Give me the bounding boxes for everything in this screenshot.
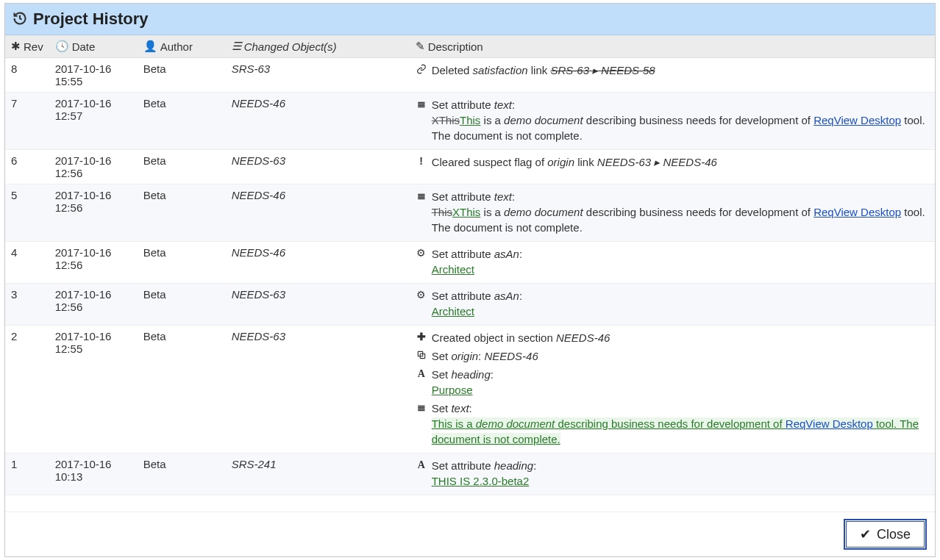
cell-date: 2017-10-1612:56	[49, 284, 138, 326]
cell-date: 2017-10-1612:55	[49, 326, 138, 453]
desc-item: ⚙Set attribute asAn:Architect	[416, 288, 929, 319]
desc-item: !Cleared suspect flag of origin link NEE…	[416, 154, 929, 170]
desc-item: Set origin: NEEDS-46	[416, 348, 929, 364]
cell-date: 2017-10-1612:56	[49, 242, 138, 284]
dialog-titlebar: Project History	[5, 4, 935, 35]
gear-icon: ⚙	[416, 288, 427, 319]
cell-author: Beta	[138, 93, 226, 150]
close-button[interactable]: ✔ Close	[846, 521, 925, 548]
copy-icon	[416, 348, 427, 364]
desc-item: ≣Set attribute text:ThisXThis is a demo …	[416, 189, 929, 235]
cell-description: ≣Set attribute text:ThisXThis is a demo …	[410, 184, 935, 242]
bang-icon: !	[416, 154, 427, 170]
cell-rev: 1	[5, 453, 49, 495]
cell-date: 2017-10-1612:57	[49, 93, 138, 150]
A-icon: A	[416, 367, 427, 398]
desc-item: ✚Created object in section NEEDS-46	[416, 330, 929, 345]
cell-author: Beta	[138, 326, 226, 453]
desc-item: ≣Set text:This is a demo document descri…	[416, 401, 929, 447]
cell-author: Beta	[138, 242, 226, 284]
cell-object: NEEDS-63	[226, 326, 410, 453]
cell-rev: 7	[5, 93, 49, 150]
desc-text: Set attribute text:XThisThis is a demo d…	[432, 97, 929, 143]
cell-description: ✚Created object in section NEEDS-46Set o…	[410, 326, 935, 453]
desc-text: Created object in section NEEDS-46	[432, 330, 929, 345]
cell-object: NEEDS-46	[226, 184, 410, 242]
lines-icon: ≣	[416, 189, 427, 235]
cell-rev: 6	[5, 150, 49, 184]
desc-text: Set text:This is a demo document describ…	[432, 401, 929, 447]
cell-date: 2017-10-1610:13	[49, 453, 138, 495]
desc-text: Set heading:Purpose	[432, 367, 929, 398]
desc-item: ASet attribute heading:THIS IS 2.3.0-bet…	[416, 458, 929, 489]
cell-description: ⚙Set attribute asAn:Architect	[410, 284, 935, 326]
desc-item: ASet heading:Purpose	[416, 367, 929, 398]
cell-description: ⚙Set attribute asAn:Architect	[410, 242, 935, 284]
list-icon: ☰	[232, 40, 241, 53]
user-icon: 👤	[143, 40, 157, 53]
check-icon: ✔	[860, 526, 871, 542]
lines-icon: ≣	[416, 97, 427, 143]
cell-rev: 4	[5, 242, 49, 284]
cell-description: !Cleared suspect flag of origin link NEE…	[410, 150, 935, 184]
cell-author: Beta	[138, 453, 226, 495]
table-row[interactable]: 32017-10-1612:56BetaNEEDS-63⚙Set attribu…	[5, 284, 935, 326]
plus-icon: ✚	[416, 330, 427, 345]
dialog-title: Project History	[33, 10, 149, 29]
cell-rev: 3	[5, 284, 49, 326]
cell-author: Beta	[138, 150, 226, 184]
table-row[interactable]: 42017-10-1612:56BetaNEEDS-46⚙Set attribu…	[5, 242, 935, 284]
history-table-scroll[interactable]: ✱ Rev 🕓 Date 👤 Author ☰ Changed Object(s…	[5, 35, 935, 511]
cell-date: 2017-10-1615:55	[49, 58, 138, 93]
col-header-author[interactable]: 👤 Author	[138, 35, 226, 58]
cell-rev: 8	[5, 58, 49, 93]
cell-date: 2017-10-1612:56	[49, 184, 138, 242]
lines-icon: ≣	[416, 401, 427, 447]
desc-text: Set origin: NEEDS-46	[432, 348, 929, 364]
link-icon	[416, 62, 427, 78]
asterisk-icon: ✱	[11, 40, 21, 53]
desc-item: Deleted satisfaction link SRS-63 ▸ NEEDS…	[416, 62, 929, 78]
col-header-rev[interactable]: ✱ Rev	[5, 35, 49, 58]
table-row[interactable]: 12017-10-1610:13BetaSRS-241ASet attribut…	[5, 453, 935, 495]
close-button-label: Close	[877, 527, 911, 542]
gear-icon: ⚙	[416, 246, 427, 277]
cell-author: Beta	[138, 184, 226, 242]
desc-text: Set attribute text:ThisXThis is a demo d…	[432, 189, 929, 235]
cell-description: ≣Set attribute text:XThisThis is a demo …	[410, 93, 935, 150]
desc-item: ⚙Set attribute asAn:Architect	[416, 246, 929, 277]
desc-text: Cleared suspect flag of origin link NEED…	[432, 154, 929, 170]
cell-object: NEEDS-63	[226, 150, 410, 184]
cell-rev: 2	[5, 326, 49, 453]
cell-author: Beta	[138, 284, 226, 326]
cell-object: NEEDS-63	[226, 284, 410, 326]
cell-author: Beta	[138, 58, 226, 93]
cell-object: NEEDS-46	[226, 93, 410, 150]
desc-text: Set attribute heading:THIS IS 2.3.0-beta…	[432, 458, 929, 489]
cell-description: ASet attribute heading:THIS IS 2.3.0-bet…	[410, 453, 935, 495]
table-row[interactable]: 72017-10-1612:57BetaNEEDS-46≣Set attribu…	[5, 93, 935, 150]
table-row[interactable]: 52017-10-1612:56BetaNEEDS-46≣Set attribu…	[5, 184, 935, 242]
project-history-dialog: Project History ✱ Rev 🕓 Date 👤 Author ☰ …	[4, 3, 936, 557]
desc-text: Set attribute asAn:Architect	[432, 246, 929, 277]
table-row[interactable]: 82017-10-1615:55BetaSRS-63Deleted satisf…	[5, 58, 935, 93]
cell-object: SRS-241	[226, 453, 410, 495]
history-icon	[13, 10, 27, 29]
col-header-changed[interactable]: ☰ Changed Object(s)	[226, 35, 410, 58]
desc-text: Deleted satisfaction link SRS-63 ▸ NEEDS…	[432, 62, 929, 78]
edit-icon: ✎	[416, 40, 425, 53]
cell-rev: 5	[5, 184, 49, 242]
history-table: ✱ Rev 🕓 Date 👤 Author ☰ Changed Object(s…	[5, 35, 935, 495]
col-header-date[interactable]: 🕓 Date	[49, 35, 138, 58]
dialog-footer: ✔ Close	[5, 511, 935, 556]
cell-date: 2017-10-1612:56	[49, 150, 138, 184]
col-header-description[interactable]: ✎ Description	[410, 35, 935, 58]
table-row[interactable]: 22017-10-1612:55BetaNEEDS-63✚Created obj…	[5, 326, 935, 453]
cell-object: SRS-63	[226, 58, 410, 93]
desc-text: Set attribute asAn:Architect	[432, 288, 929, 319]
desc-item: ≣Set attribute text:XThisThis is a demo …	[416, 97, 929, 143]
clock-icon: 🕓	[55, 40, 69, 53]
A-icon: A	[416, 458, 427, 489]
table-row[interactable]: 62017-10-1612:56BetaNEEDS-63!Cleared sus…	[5, 150, 935, 184]
cell-object: NEEDS-46	[226, 242, 410, 284]
